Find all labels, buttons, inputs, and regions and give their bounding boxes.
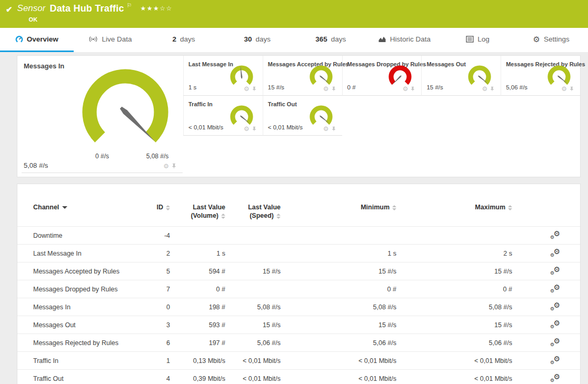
channel-actions-cell: ⚙⚙: [512, 227, 580, 245]
minimum-cell: [281, 227, 396, 245]
gauge-value: 5,06 #/s: [506, 84, 527, 90]
last-value-volume-cell: 0,13 Mbit/s: [170, 352, 225, 370]
tab-overview[interactable]: Overview: [0, 28, 74, 52]
priority-stars[interactable]: ★★★☆☆: [141, 3, 173, 14]
gauge-scale-min: 0 #/s: [84, 153, 121, 160]
last-value-volume-cell: 197 #: [170, 334, 225, 352]
gauge-title: Messages Out: [426, 61, 466, 67]
channel-settings-icon[interactable]: ⚙⚙: [551, 230, 560, 239]
column-header-channel[interactable]: Channel: [17, 203, 138, 227]
gauge-title: Messages In: [24, 62, 64, 70]
tab-log[interactable]: Log: [441, 28, 515, 52]
channel-cell: Messages Rejected by Rules: [17, 334, 138, 352]
tab-365-days[interactable]: 365days: [294, 28, 368, 52]
channel-settings-icon[interactable]: ⚙⚙: [551, 284, 560, 292]
id-cell: -4: [138, 227, 170, 245]
flag-icon[interactable]: ⚐: [127, 0, 132, 11]
channel-actions-cell: ⚙⚙: [512, 370, 580, 384]
maximum-cell: 15 #/s: [396, 316, 512, 334]
column-header-last-value-speed[interactable]: Last Value(Speed): [225, 203, 281, 227]
live-icon: [88, 36, 98, 43]
channel-settings-icon[interactable]: ⚙⚙: [551, 338, 560, 346]
chart-icon: [378, 36, 386, 43]
gear-icon[interactable]: ⚙: [323, 86, 329, 92]
gauge-title: Traffic In: [188, 101, 213, 107]
gear-icon[interactable]: ⚙: [244, 126, 250, 132]
minimum-cell: 15 #/s: [281, 262, 396, 280]
pin-icon[interactable]: [490, 84, 495, 94]
gear-icon[interactable]: ⚙: [163, 163, 169, 169]
tab-label: Log: [477, 35, 490, 43]
gauge-value: 15 #/s: [426, 84, 443, 90]
id-cell: 1: [138, 352, 170, 370]
gauge-tile-actions: ⚙: [482, 84, 495, 94]
gauge-value: 0 #: [347, 84, 356, 90]
tab-settings[interactable]: ⚙Settings: [514, 28, 588, 52]
pin-icon[interactable]: [252, 124, 257, 134]
gauge-tile: Messages Rejected by Rules 5,06 #/s⚙: [501, 56, 580, 96]
tab-label: days: [331, 35, 346, 43]
pin-icon[interactable]: [252, 84, 257, 94]
gauge-tile-primary: Messages In 0 #/s 5,08 #/s 5,08 #/s ⚙: [22, 56, 183, 173]
minimum-cell: 1 s: [281, 245, 396, 262]
id-cell: 7: [138, 280, 170, 298]
tab-30-days[interactable]: 30days: [221, 28, 294, 52]
table-row: Messages In0198 #5,08 #/s5,08 #/s5,08 #/…: [17, 298, 580, 316]
pin-icon[interactable]: [410, 84, 415, 94]
sort-icon: [508, 205, 512, 210]
gauge-value: < 0,01 Mbit/s: [188, 124, 223, 130]
channel-actions-cell: ⚙⚙: [512, 245, 580, 262]
pin-icon[interactable]: [171, 161, 177, 171]
table-row: Traffic In10,13 Mbit/s< 0,01 Mbit/s< 0,0…: [17, 352, 580, 370]
gear-icon[interactable]: ⚙: [244, 86, 250, 92]
id-cell: 0: [138, 298, 170, 316]
channel-settings-icon[interactable]: ⚙⚙: [551, 320, 560, 328]
column-label: Minimum: [361, 204, 390, 211]
pin-icon[interactable]: [331, 124, 336, 134]
gauge-tile-actions: ⚙: [163, 161, 177, 171]
channel-settings-icon[interactable]: ⚙⚙: [551, 248, 560, 257]
column-header-maximum[interactable]: Maximum: [396, 203, 512, 227]
gauge-tile: Messages Accepted by Rules 15 #/s⚙: [263, 56, 342, 96]
gauge-tile: Messages Dropped by Rules 0 #⚙: [342, 56, 422, 96]
tab-2-days[interactable]: 2days: [147, 28, 221, 52]
tab-historic-data[interactable]: Historic Data: [367, 28, 441, 52]
gear-icon[interactable]: ⚙: [403, 86, 408, 92]
gear-icon[interactable]: ⚙: [482, 86, 487, 92]
channel-settings-icon[interactable]: ⚙⚙: [551, 266, 560, 275]
table-row: Downtime-4 ⚙⚙: [17, 227, 580, 245]
channel-settings-icon[interactable]: ⚙⚙: [551, 356, 560, 364]
gauge-tile: Last Message In 1 s⚙: [183, 56, 263, 96]
maximum-cell: 15 #/s: [396, 262, 512, 280]
gauge-tile-actions: ⚙: [244, 124, 257, 134]
gauge-icon: [15, 35, 23, 43]
tab-label: days: [255, 35, 271, 43]
pin-icon[interactable]: [331, 84, 336, 94]
maximum-cell: < 0,01 Mbit/s: [396, 352, 512, 370]
tab-live-data[interactable]: Live Data: [74, 28, 147, 52]
channel-settings-icon[interactable]: ⚙⚙: [551, 373, 560, 382]
table-row: Traffic Out40,39 Mbit/s< 0,01 Mbit/s< 0,…: [17, 370, 580, 384]
gear-icon[interactable]: ⚙: [561, 86, 567, 92]
column-header-id[interactable]: ID: [138, 203, 170, 227]
pin-icon[interactable]: [569, 84, 574, 94]
channel-actions-cell: ⚙⚙: [512, 352, 580, 370]
gear-icon: ⚙: [533, 35, 540, 43]
minimum-cell: < 0,01 Mbit/s: [281, 370, 396, 384]
gear-icon[interactable]: ⚙: [323, 126, 329, 132]
column-label: Last Value: [248, 204, 281, 211]
gauge-scale-max: 5,08 #/s: [131, 153, 184, 160]
gauge-tile: Messages Out 15 #/s⚙: [421, 56, 501, 96]
channel-settings-icon[interactable]: ⚙⚙: [551, 302, 560, 310]
last-value-volume-cell: 594 #: [170, 262, 225, 280]
sort-icon: [392, 205, 396, 210]
sort-icon: [276, 214, 281, 219]
column-header-last-value-volume[interactable]: Last Value(Volume): [170, 203, 225, 227]
gauge-value: 5,08 #/s: [24, 161, 48, 169]
minimum-cell: 5,08 #/s: [281, 298, 396, 316]
column-header-minimum[interactable]: Minimum: [281, 203, 396, 227]
column-header-actions: [512, 203, 580, 227]
table-row: Last Message In21 s1 s2 s ⚙⚙: [17, 245, 580, 262]
table-row: Messages Dropped by Rules70 #0 #0 # ⚙⚙: [17, 280, 580, 298]
last-value-speed-cell: 15 #/s: [225, 262, 281, 280]
